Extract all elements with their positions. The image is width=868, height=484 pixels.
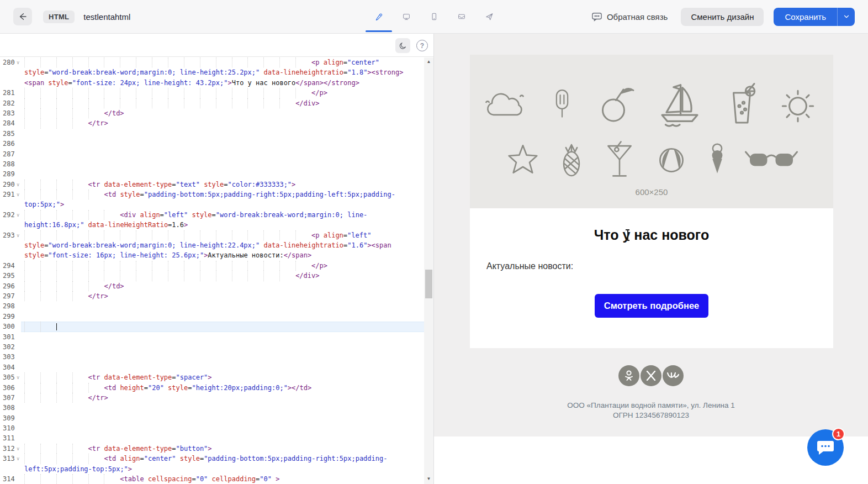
inbox-preview-tab[interactable] bbox=[454, 9, 469, 24]
code-line[interactable]: 300 bbox=[0, 322, 424, 332]
save-split-button: Сохранить bbox=[774, 8, 855, 26]
code-line[interactable]: 309 bbox=[0, 413, 424, 423]
email-footer: ООО «Плантации водной памяти», ул. Ленин… bbox=[434, 401, 868, 420]
email-heading[interactable]: Что у нас нового bbox=[470, 208, 833, 243]
change-design-button[interactable]: Сменить дизайн bbox=[681, 8, 764, 26]
edit-pencil-tab[interactable] bbox=[372, 9, 386, 24]
dark-mode-toggle[interactable] bbox=[395, 38, 410, 53]
code-line[interactable]: 313v<td align="center" style="padding-bo… bbox=[0, 454, 424, 464]
code-line[interactable]: 301 bbox=[0, 332, 424, 342]
header-image-placeholder[interactable]: 600×250 bbox=[470, 55, 833, 208]
chevron-down-icon bbox=[843, 13, 850, 20]
code-line[interactable]: 287 bbox=[0, 149, 424, 159]
toolbar: HTML testlentahtml bbox=[0, 0, 868, 34]
email-preview-panel: 600×250 Что у нас нового Актуальные ново… bbox=[434, 34, 868, 484]
code-line[interactable]: left:5px;padding-top:5px;"> bbox=[0, 464, 424, 474]
code-line[interactable]: 280v<p align="center" bbox=[0, 57, 424, 67]
code-line[interactable]: 290v<tr data-element-type="text" style="… bbox=[0, 180, 424, 190]
code-line[interactable]: 314<table cellspacing="0" cellpadding="0… bbox=[0, 474, 424, 484]
code-line[interactable]: 298 bbox=[0, 301, 424, 311]
code-line[interactable]: 285 bbox=[0, 129, 424, 139]
cloud-icon bbox=[483, 86, 531, 123]
popsicle-icon bbox=[547, 82, 577, 127]
feedback-label: Обратная связь bbox=[607, 12, 668, 22]
code-line[interactable]: 295</div> bbox=[0, 271, 424, 281]
editor-scrollbar[interactable]: ▲ ▼ bbox=[424, 57, 433, 484]
feedback-bubble-icon bbox=[591, 12, 602, 22]
code-line[interactable]: 311 bbox=[0, 433, 424, 443]
scrollbar-thumb[interactable] bbox=[425, 270, 432, 298]
footer-ogrn-line: ОГРН 1234567890123 bbox=[434, 411, 868, 420]
code-line[interactable]: <span style="font-size: 24px; line-heigh… bbox=[0, 78, 424, 88]
save-options-button[interactable] bbox=[837, 8, 855, 26]
back-button[interactable] bbox=[13, 8, 32, 25]
code-line[interactable]: 293v<p align="left" bbox=[0, 230, 424, 240]
chat-widget-button[interactable]: 1 bbox=[807, 429, 844, 466]
chat-bubble-icon bbox=[817, 440, 834, 456]
inbox-icon bbox=[458, 10, 465, 23]
cocktail-icon bbox=[602, 139, 637, 181]
code-line[interactable]: 302 bbox=[0, 342, 424, 352]
email-cta-button[interactable]: Смотреть подробнее bbox=[595, 294, 708, 318]
desktop-preview-tab[interactable] bbox=[399, 9, 414, 24]
coconut-drink-icon bbox=[594, 81, 637, 128]
code-textarea[interactable]: 280v<p align="center"style="word-break:b… bbox=[0, 57, 424, 484]
save-button[interactable]: Сохранить bbox=[774, 8, 837, 26]
code-line[interactable]: 294</p> bbox=[0, 261, 424, 271]
code-line[interactable]: 304 bbox=[0, 362, 424, 372]
code-line[interactable]: height:16.8px;" data-lineHeightRatio=1.6… bbox=[0, 220, 424, 230]
code-line[interactable]: 286 bbox=[0, 139, 424, 149]
paper-plane-icon bbox=[485, 10, 493, 23]
text-caret bbox=[56, 323, 57, 330]
code-line[interactable]: 296</td> bbox=[0, 281, 424, 291]
code-line[interactable]: 289 bbox=[0, 169, 424, 179]
code-line[interactable]: style="font-size: 16px; line-height: 25.… bbox=[0, 250, 424, 260]
code-line[interactable]: 305v<tr data-element-type="spacer"> bbox=[0, 372, 424, 382]
beach-ball-icon bbox=[653, 142, 690, 178]
code-line[interactable]: 291v<td style="padding-bottom:5px;paddin… bbox=[0, 190, 424, 199]
code-line[interactable]: style="word-break:break-word;margin:0; l… bbox=[0, 240, 424, 250]
code-line[interactable]: 310 bbox=[0, 423, 424, 433]
help-button[interactable]: ? bbox=[416, 40, 428, 51]
code-line[interactable]: 297</tr> bbox=[0, 291, 424, 301]
code-line[interactable]: 308 bbox=[0, 403, 424, 413]
footer-company-line: ООО «Плантации водной памяти», ул. Ленин… bbox=[434, 401, 868, 411]
scroll-down-arrow[interactable]: ▼ bbox=[424, 475, 433, 483]
pineapple-icon bbox=[557, 142, 586, 178]
lemonade-glass-icon bbox=[723, 80, 759, 129]
code-line[interactable]: 307</tr> bbox=[0, 393, 424, 403]
file-title: testlentahtml bbox=[83, 12, 130, 22]
code-line[interactable]: 306<td height="20" style="height:20px;pa… bbox=[0, 383, 424, 393]
code-line[interactable]: 288 bbox=[0, 159, 424, 169]
code-line[interactable]: style="word-break:break-word;margin:0; l… bbox=[0, 67, 424, 77]
code-line[interactable]: 281</p> bbox=[0, 88, 424, 98]
code-line[interactable]: 284</tr> bbox=[0, 118, 424, 128]
view-mode-tabs bbox=[372, 9, 496, 24]
email-content-block: Что у нас нового Актуальные новости: Смо… bbox=[470, 208, 833, 348]
code-line[interactable]: 303 bbox=[0, 352, 424, 362]
active-tab-underline bbox=[366, 30, 392, 32]
send-test-tab[interactable] bbox=[482, 9, 496, 24]
code-line[interactable]: 283</td> bbox=[0, 108, 424, 118]
code-editor-panel: ? 280v<p align="center"style="word-break… bbox=[0, 34, 434, 484]
mobile-preview-tab[interactable] bbox=[427, 9, 441, 24]
arrow-left-icon bbox=[18, 12, 28, 22]
scroll-up-arrow[interactable]: ▲ bbox=[424, 57, 433, 66]
placeholder-icons-row-2 bbox=[470, 139, 833, 182]
placeholder-icons-row-1 bbox=[470, 78, 833, 131]
code-line[interactable]: 282</div> bbox=[0, 98, 424, 108]
code-line[interactable]: top:5px;"> bbox=[0, 199, 424, 209]
moon-icon bbox=[399, 41, 407, 50]
feedback-button[interactable]: Обратная связь bbox=[588, 11, 671, 22]
x-twitter-icon[interactable] bbox=[641, 365, 661, 386]
odnoklassniki-icon[interactable] bbox=[618, 365, 639, 386]
code-line[interactable]: 312v<tr data-element-type="button"> bbox=[0, 444, 424, 454]
vk-icon[interactable] bbox=[663, 365, 684, 386]
email-body-text[interactable]: Актуальные новости: bbox=[486, 261, 573, 271]
code-line[interactable]: 292v<div align="left" style="word-break:… bbox=[0, 210, 424, 220]
sunglasses-icon bbox=[745, 146, 798, 174]
placeholder-size-label: 600×250 bbox=[470, 187, 833, 197]
editor-topbar: ? bbox=[0, 34, 433, 57]
chat-notification-badge: 1 bbox=[832, 428, 845, 440]
code-line[interactable]: 299 bbox=[0, 312, 424, 322]
